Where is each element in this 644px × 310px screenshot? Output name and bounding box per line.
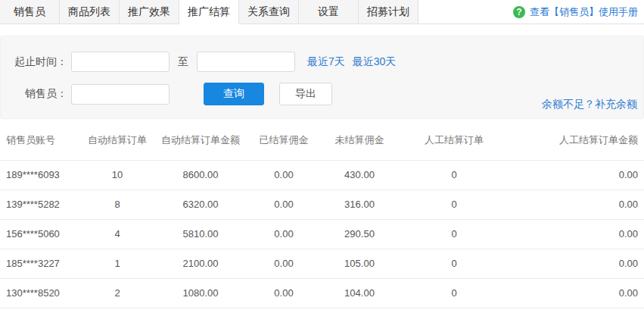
quick-link-last-7-days[interactable]: 最近7天: [307, 55, 345, 69]
col-header-manual-settled-order-amount: 人工结算订单金额: [507, 121, 644, 160]
quick-link-last-30-days[interactable]: 最近30天: [353, 55, 397, 69]
settlement-table: 销售员账号 自动结算订单 自动结算订单金额 已结算佣金 未结算佣金 人工结算订单…: [0, 121, 644, 308]
date-start-input[interactable]: [71, 52, 170, 72]
cell-settled-commission: 0.00: [250, 249, 318, 278]
col-header-unsettled-commission: 未结算佣金: [318, 121, 401, 160]
tab-salesperson[interactable]: 销售员: [0, 0, 60, 23]
table-row: 130****8520 2 1080.00 0.00 104.00 0 0.00: [0, 278, 644, 308]
top-tab-bar: 销售员 商品列表 推广效果 推广结算 关系查询 设置 招募计划 ? 查看【销售员…: [0, 0, 644, 24]
table-row: 185****3227 1 2100.00 0.00 105.00 0 0.00: [0, 249, 644, 278]
cell-manual-amount: 0.00: [507, 160, 644, 189]
cell-account: 130****8520: [0, 278, 83, 308]
table-row: 189****6093 10 8600.00 0.00 430.00 0 0.0…: [0, 160, 644, 189]
spacer: [0, 24, 644, 36]
tab-promotion-settlement[interactable]: 推广结算: [179, 0, 239, 24]
cell-settled-commission: 0.00: [250, 160, 318, 189]
salesperson-label: 销售员：: [1, 87, 67, 101]
col-header-manual-settled-orders: 人工结算订单: [401, 121, 507, 160]
cell-settled-commission: 0.00: [250, 278, 318, 308]
tab-promotion-effect[interactable]: 推广效果: [120, 0, 179, 23]
cell-manual-amount: 0.00: [507, 219, 644, 249]
table-row: 139****5282 8 6320.00 0.00 316.00 0 0.00: [0, 189, 644, 219]
col-header-salesperson-account: 销售员账号: [0, 121, 83, 160]
date-end-input[interactable]: [197, 52, 295, 72]
cell-manual-orders: 0: [401, 189, 507, 219]
cell-auto-orders: 1: [83, 249, 151, 278]
cell-auto-amount: 8600.00: [151, 160, 250, 189]
cell-manual-orders: 0: [401, 160, 507, 189]
cell-manual-amount: 0.00: [507, 249, 644, 278]
recharge-balance-link[interactable]: 余额不足？补充余额: [542, 98, 637, 111]
cell-auto-amount: 2100.00: [151, 249, 250, 278]
cell-auto-orders: 2: [83, 278, 151, 308]
cell-unsettled-commission: 316.00: [318, 189, 401, 219]
cell-auto-amount: 5810.00: [151, 219, 250, 249]
col-header-settled-commission: 已结算佣金: [250, 121, 318, 160]
cell-manual-amount: 0.00: [507, 189, 644, 219]
help-question-icon: ?: [513, 6, 525, 18]
cell-unsettled-commission: 290.50: [318, 219, 401, 249]
table-header-row: 销售员账号 自动结算订单 自动结算订单金额 已结算佣金 未结算佣金 人工结算订单…: [0, 121, 644, 160]
date-range-label: 起止时间：: [1, 55, 67, 69]
tabbar-right-area: ? 查看【销售员】使用手册: [513, 0, 644, 23]
cell-auto-amount: 6320.00: [151, 189, 250, 219]
tab-recruit-plan[interactable]: 招募计划: [359, 0, 418, 23]
user-manual-link[interactable]: 查看【销售员】使用手册: [530, 5, 638, 19]
col-header-auto-settled-order-amount: 自动结算订单金额: [151, 121, 250, 160]
cell-auto-amount: 1080.00: [151, 278, 250, 308]
cell-unsettled-commission: 104.00: [318, 278, 401, 308]
col-header-auto-settled-orders: 自动结算订单: [83, 121, 151, 160]
cell-unsettled-commission: 105.00: [318, 249, 401, 278]
cell-account: 156****5060: [0, 219, 83, 249]
cell-auto-orders: 4: [83, 219, 151, 249]
cell-manual-orders: 0: [401, 219, 507, 249]
tab-settings[interactable]: 设置: [299, 0, 359, 23]
cell-manual-amount: 0.00: [507, 278, 644, 308]
cell-account: 139****5282: [0, 189, 83, 219]
query-button[interactable]: 查询: [204, 83, 264, 105]
cell-auto-orders: 10: [83, 160, 151, 189]
filter-panel: 起止时间： 至 最近7天 最近30天 销售员： 查询 导出 余额不足？补充余额: [0, 36, 644, 119]
cell-settled-commission: 0.00: [250, 189, 318, 219]
date-to-label: 至: [178, 55, 188, 69]
table-row: 156****5060 4 5810.00 0.00 290.50 0 0.00: [0, 219, 644, 249]
cell-account: 185****3227: [0, 249, 83, 278]
date-filter-row: 起止时间： 至 最近7天 最近30天: [1, 52, 643, 72]
cell-unsettled-commission: 430.00: [318, 160, 401, 189]
cell-manual-orders: 0: [401, 278, 507, 308]
salesperson-input[interactable]: [71, 84, 170, 105]
cell-auto-orders: 8: [83, 189, 151, 219]
tab-relation-query[interactable]: 关系查询: [239, 0, 299, 23]
cell-account: 189****6093: [0, 160, 83, 189]
cell-settled-commission: 0.00: [250, 219, 318, 249]
export-button[interactable]: 导出: [279, 83, 332, 105]
tab-product-list[interactable]: 商品列表: [60, 0, 120, 23]
cell-manual-orders: 0: [401, 249, 507, 278]
